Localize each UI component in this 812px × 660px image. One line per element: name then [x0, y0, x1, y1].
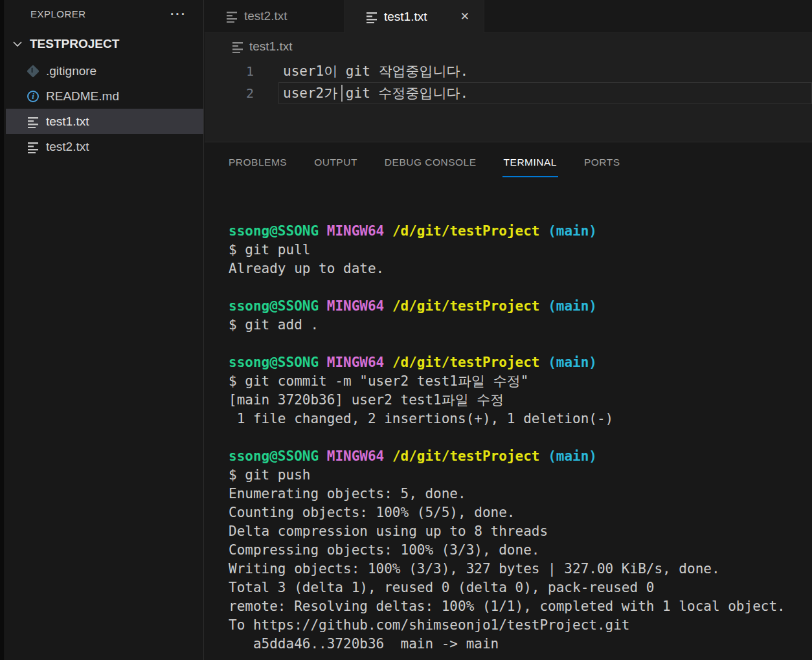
terminal-line: Compressing objects: 100% (3/3), done. — [229, 541, 812, 560]
terminal-line — [229, 428, 812, 447]
line-number: 2 — [205, 85, 254, 101]
text-file-icon — [226, 10, 238, 23]
file-label: test1.txt — [46, 115, 89, 129]
panel-tab-ports[interactable]: PORTS — [584, 157, 620, 169]
text-file-icon — [27, 115, 39, 128]
terminal-line: $ git add . — [229, 316, 812, 335]
terminal-line: $ git push — [229, 466, 812, 485]
terminal-line: $ git commit -m "user2 test1파일 수정" — [229, 372, 812, 391]
terminal-line — [229, 278, 812, 297]
tab-test2-txt[interactable]: test2.txt — [205, 0, 344, 32]
text-file-icon — [366, 10, 378, 23]
info-icon: i — [27, 90, 39, 103]
text-cursor — [341, 85, 343, 102]
more-actions-icon[interactable]: ··· — [168, 10, 189, 19]
explorer-title: EXPLORER — [30, 8, 86, 19]
sidebar-item-README-md[interactable]: iREADME.md — [6, 83, 203, 109]
terminal-line: $ git pull — [229, 241, 812, 259]
panel-tab-problems[interactable]: PROBLEMS — [229, 157, 287, 169]
terminal-line: Already up to date. — [229, 259, 812, 278]
file-list: .gitignoreiREADME.md test1.txt test2.txt — [6, 58, 203, 159]
terminal-line: Writing objects: 100% (3/3), 327 bytes |… — [229, 560, 812, 578]
activity-bar-edge — [0, 0, 5, 660]
panel-tab-output[interactable]: OUTPUT — [314, 157, 357, 169]
file-label: .gitignore — [46, 64, 96, 78]
breadcrumb-file-label: test1.txt — [249, 39, 293, 54]
tab-label: test1.txt — [384, 10, 427, 24]
terminal-line: Counting objects: 100% (5/5), done. — [229, 503, 812, 522]
file-label: README.md — [46, 89, 119, 104]
chevron-down-icon — [12, 39, 23, 49]
editor-tab-bar: test2.txt test1.txt✕ — [205, 0, 812, 33]
editor-content[interactable]: 1user1이 git 작업중입니다.2user2가 git 수정중입니다. — [205, 60, 812, 142]
code-line-2[interactable]: 2user2가 git 수정중입니다. — [205, 82, 812, 104]
terminal-line: ssong@SSONG MINGW64 /d/git/testProject (… — [229, 222, 812, 241]
terminal-line: Enumerating objects: 5, done. — [229, 485, 812, 503]
text-file-icon — [232, 40, 243, 53]
terminal-line: Delta compression using up to 8 threads — [229, 522, 812, 541]
file-label: test2.txt — [46, 140, 89, 154]
terminal-line: a5dda46..3720b36 main -> main — [229, 635, 812, 654]
tab-label: test2.txt — [244, 9, 288, 23]
panel-tab-terminal[interactable]: TERMINAL — [504, 157, 557, 169]
terminal-line — [229, 335, 812, 353]
explorer-header: EXPLORER ··· — [6, 0, 203, 19]
panel-tab-debug-console[interactable]: DEBUG CONSOLE — [385, 157, 477, 169]
terminal-line: remote: Resolving deltas: 100% (1/1), co… — [229, 597, 812, 616]
text-file-icon — [27, 140, 39, 153]
terminal-line: 1 file changed, 2 insertions(+), 1 delet… — [229, 410, 812, 428]
sidebar-item-test2-txt[interactable]: test2.txt — [6, 134, 203, 159]
sidebar-item-project-root[interactable]: TESTPROJECT — [6, 34, 203, 54]
tab-test1-txt[interactable]: test1.txt✕ — [344, 0, 484, 33]
line-number: 1 — [205, 63, 254, 79]
project-root-label: TESTPROJECT — [30, 37, 119, 51]
explorer-sidebar: EXPLORER ··· TESTPROJECT .gitignoreiREAD… — [6, 0, 204, 660]
panel-tab-bar: PROBLEMSOUTPUTDEBUG CONSOLETERMINALPORTS — [205, 142, 812, 169]
close-icon[interactable]: ✕ — [458, 9, 472, 24]
terminal-line: ssong@SSONG MINGW64 /d/git/testProject (… — [229, 447, 812, 466]
terminal-line: [main 3720b36] user2 test1파일 수정 — [229, 391, 812, 410]
breadcrumb[interactable]: test1.txt — [205, 33, 812, 60]
terminal-line: ssong@SSONG MINGW64 /d/git/testProject (… — [229, 297, 812, 316]
code-line-1[interactable]: 1user1이 git 작업중입니다. — [205, 60, 812, 82]
code-text: user1이 git 작업중입니다. — [283, 62, 468, 80]
terminal-output[interactable]: ssong@SSONG MINGW64 /d/git/testProject (… — [205, 222, 812, 654]
bottom-panel: PROBLEMSOUTPUTDEBUG CONSOLETERMINALPORTS… — [205, 142, 812, 660]
code-text: user2가 git 수정중입니다. — [283, 84, 468, 102]
terminal-line: To https://github.com/shimseonjo1/testPr… — [229, 616, 812, 635]
terminal-line: Total 3 (delta 1), reused 0 (delta 0), p… — [229, 578, 812, 597]
gitignore-icon — [27, 65, 39, 78]
sidebar-item-test1-txt[interactable]: test1.txt — [6, 109, 203, 134]
terminal-line: ssong@SSONG MINGW64 /d/git/testProject (… — [229, 353, 812, 372]
sidebar-item-gitignore[interactable]: .gitignore — [6, 58, 203, 83]
